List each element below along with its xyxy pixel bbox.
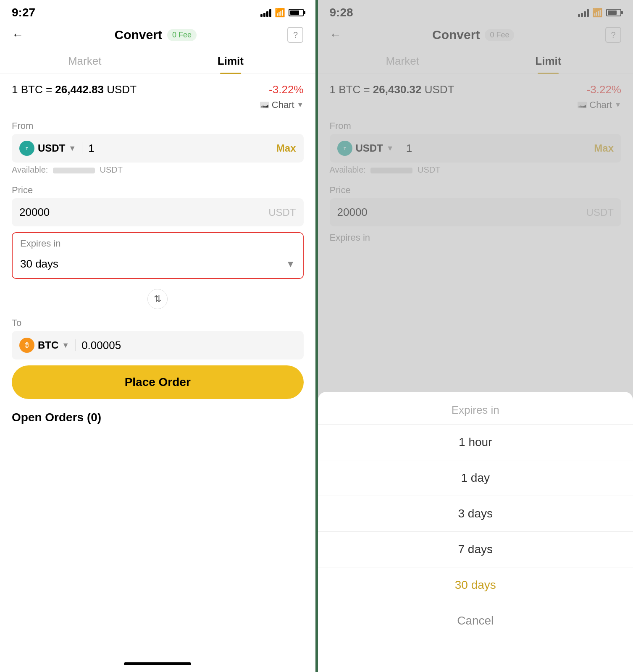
to-coin-name-left: BTC — [38, 339, 58, 351]
separator-left — [82, 142, 82, 154]
from-amount-input-left[interactable] — [88, 142, 272, 155]
to-input-row-left: ₿ BTC ▼ — [12, 331, 304, 360]
header-center-left: Convert 0 Fee — [115, 28, 197, 42]
back-button-left[interactable]: ← — [12, 28, 24, 42]
help-button-left[interactable]: ? — [287, 27, 303, 43]
expires-container-left[interactable]: Expires in 30 days ▼ — [12, 232, 304, 279]
to-coin-selector-left[interactable]: ₿ BTC ▼ — [19, 338, 69, 353]
from-coin-name-left: USDT — [38, 142, 65, 154]
battery-icon — [289, 9, 304, 16]
to-dropdown-icon-left: ▼ — [62, 341, 69, 350]
signal-icon — [260, 8, 271, 17]
wifi-icon: 📶 — [275, 8, 285, 18]
bottom-sheet: Expires in 1 hour 1 day 3 days 7 days 30… — [318, 392, 633, 672]
status-bar-left: 9:27 📶 — [0, 0, 315, 23]
available-text-left: Available: USDT — [0, 163, 315, 181]
to-label-left: To — [0, 313, 315, 331]
expires-value-row-left: 30 days ▼ — [13, 252, 303, 278]
swap-button-left[interactable]: ⇅ — [147, 289, 168, 309]
swap-row-left: ⇅ — [0, 285, 315, 313]
sheet-option-3days[interactable]: 3 days — [318, 496, 633, 532]
page-title-left: Convert — [115, 28, 162, 42]
price-currency-left: USDT — [268, 207, 296, 218]
from-dropdown-icon-left: ▼ — [68, 144, 76, 153]
btc-icon-left: ₿ — [19, 338, 34, 353]
header-left: ← Convert 0 Fee ? — [0, 23, 315, 49]
open-orders-left: Open Orders (0) — [0, 405, 315, 430]
chart-row-left: Chart ▼ — [0, 100, 315, 116]
expires-value-left: 30 days — [20, 257, 286, 270]
chart-mini-icon-left — [260, 102, 269, 108]
sheet-option-1hour[interactable]: 1 hour — [318, 425, 633, 460]
question-icon-left: ? — [293, 30, 298, 40]
place-order-button-left[interactable]: Place Order — [12, 365, 304, 399]
sheet-option-7days[interactable]: 7 days — [318, 532, 633, 567]
available-amount-blur-left — [53, 168, 95, 173]
usdt-icon-left: T — [19, 141, 34, 156]
exchange-rate-left: 1 BTC = 26,442.83 USDT — [12, 83, 137, 96]
price-input-row-left: 20000 USDT — [12, 198, 304, 226]
price-label-left: Price — [0, 181, 315, 198]
sheet-title: Expires in — [318, 392, 633, 425]
sheet-option-cancel[interactable]: Cancel — [318, 603, 633, 638]
status-icons-left: 📶 — [260, 8, 304, 18]
right-panel: 9:28 📶 ← Convert 0 Fee ? — [318, 0, 633, 672]
fee-badge-left: 0 Fee — [167, 29, 197, 41]
max-button-left[interactable]: Max — [276, 142, 296, 154]
chart-button-left[interactable]: Chart ▼ — [260, 100, 304, 110]
expires-dropdown-icon-left: ▼ — [286, 259, 295, 270]
chevron-down-icon-left: ▼ — [297, 101, 304, 109]
from-coin-selector-left[interactable]: T USDT ▼ — [19, 141, 76, 156]
price-value-left[interactable]: 20000 — [19, 206, 268, 219]
home-indicator-left — [124, 662, 191, 665]
time-left: 9:27 — [12, 6, 35, 19]
tab-limit-left[interactable]: Limit — [158, 49, 303, 74]
separator2-left — [75, 339, 76, 351]
left-panel: 9:27 📶 ← Convert 0 Fee ? Market Limit — [0, 0, 315, 672]
to-amount-input-left[interactable] — [81, 339, 296, 352]
expires-label-left: Expires in — [13, 233, 303, 252]
sheet-option-1day[interactable]: 1 day — [318, 460, 633, 496]
from-input-row-left: T USDT ▼ Max — [12, 134, 304, 163]
sheet-option-30days[interactable]: 30 days — [318, 567, 633, 603]
tabs-left: Market Limit — [0, 49, 315, 74]
swap-icon-left: ⇅ — [154, 294, 161, 304]
rate-change-left: -3.22% — [269, 83, 303, 96]
rate-row-left: 1 BTC = 26,442.83 USDT -3.22% — [0, 76, 315, 100]
tab-market-left[interactable]: Market — [12, 49, 158, 74]
from-label-left: From — [0, 116, 315, 134]
svg-text:T: T — [26, 147, 28, 151]
